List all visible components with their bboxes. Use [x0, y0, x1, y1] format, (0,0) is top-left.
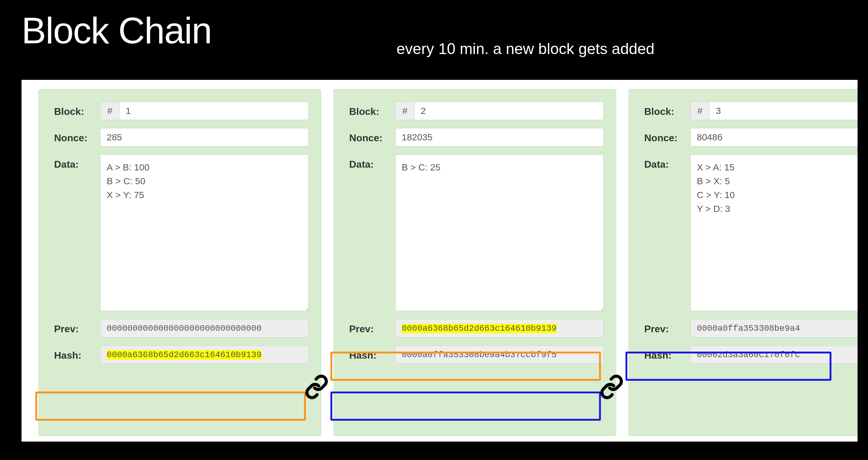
block-label: Block: [54, 102, 100, 117]
block-number-input[interactable] [709, 102, 858, 120]
prev-hash-value: 0000a6368b65d2d663c164610b9139 [395, 319, 604, 337]
data-label: Data: [54, 155, 100, 170]
prev-label: Prev: [644, 319, 690, 335]
page-title: Block Chain [22, 9, 212, 52]
page-subtitle: every 10 min. a new block gets added [397, 40, 654, 58]
nonce-input[interactable] [100, 128, 309, 146]
data-label: Data: [644, 155, 690, 170]
hash-value: 0000a6368b65d2d663c164610b9139 [100, 346, 309, 364]
block-label: Block: [349, 102, 395, 117]
blocks-row: Block: # Nonce: Data: Prev: 000000000000… [38, 89, 858, 436]
hash-prefix: # [100, 102, 119, 120]
prev-label: Prev: [54, 319, 100, 335]
block-number-input[interactable] [414, 102, 604, 120]
data-textarea[interactable] [395, 155, 604, 311]
data-textarea[interactable] [690, 155, 858, 311]
hash-prefix: # [690, 102, 709, 120]
prev-label: Prev: [349, 319, 395, 335]
block-number-input[interactable] [119, 102, 309, 120]
chain-link-icon [599, 374, 624, 404]
hash-label: Hash: [644, 346, 690, 361]
demo-viewport: Block: # Nonce: Data: Prev: 000000000000… [22, 80, 858, 441]
hash-prefix: # [395, 102, 414, 120]
data-textarea[interactable] [100, 155, 309, 311]
block-card: Block: # Nonce: Data: Prev: 0000a0ffa353… [628, 89, 858, 436]
hash-value: 00002d3a3a60c170f6fc [690, 346, 858, 364]
data-label: Data: [349, 155, 395, 170]
block-card: Block: # Nonce: Data: Prev: 000000000000… [38, 89, 321, 436]
hash-value: 0000a0ffa353308be9a4b37ccbf9f5 [395, 346, 604, 364]
hash-label: Hash: [349, 346, 395, 361]
nonce-label: Nonce: [644, 128, 690, 144]
block-card: Block: # Nonce: Data: Prev: 0000a6368b65… [334, 89, 616, 436]
prev-hash-value: 0000a0ffa353308be9a4 [690, 319, 858, 337]
nonce-label: Nonce: [349, 128, 395, 144]
block-label: Block: [644, 102, 690, 117]
prev-hash-value: 000000000000000000000000000000 [100, 319, 309, 337]
chain-link-icon [304, 374, 329, 404]
nonce-input[interactable] [395, 128, 604, 146]
nonce-label: Nonce: [54, 128, 100, 144]
hash-label: Hash: [54, 346, 100, 361]
nonce-input[interactable] [690, 128, 858, 146]
